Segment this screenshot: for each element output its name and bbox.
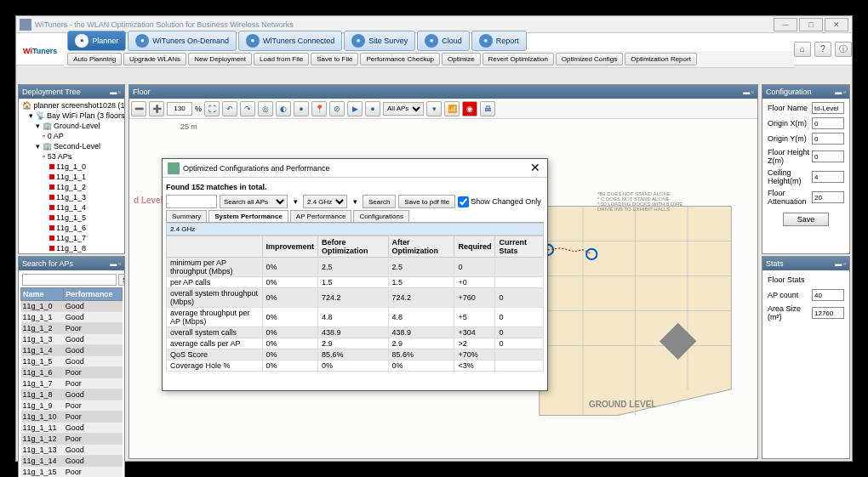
print-icon[interactable]: 🖶 [480,101,495,116]
tree-floor[interactable]: ▾ 🏢 Ground-Level [20,121,123,131]
dock-icon[interactable]: ▫ [751,88,754,96]
stat-input[interactable] [812,307,844,319]
modal-tab-summary[interactable]: Summary [166,210,207,222]
info-icon[interactable]: ⓘ [835,42,852,57]
undo-icon[interactable]: ↶ [222,101,237,116]
main-tab-wituners-on-demand[interactable]: ●WiTuners On-Demand [128,31,237,51]
stat-input[interactable] [812,289,844,301]
dropdown-icon[interactable]: ▾ [290,197,300,206]
ap-table-header[interactable]: Name [21,288,64,301]
tree-ap[interactable]: 11g_1_4 [20,202,123,213]
collapse-icon[interactable]: ▬ [835,88,842,96]
dock-icon[interactable]: ▫ [118,260,121,268]
tree-floor-sub[interactable]: ▫ 0 AP [20,131,123,141]
ap-table-row[interactable]: 11g_1_0Good [21,301,123,312]
marker-icon[interactable]: 📍 [311,101,327,116]
tree-floor[interactable]: ▾ 🏢 Second-Level [20,141,123,151]
main-tab-report[interactable]: ●Report [471,31,527,51]
down-icon[interactable]: ▾ [426,101,442,116]
toolbar-optimize[interactable]: Optimize [442,53,481,65]
modal-tab-system-performance[interactable]: System Performance [208,210,288,222]
collapse-icon[interactable]: ▬ [110,88,117,96]
target-icon[interactable]: ◎ [258,101,273,116]
save-button[interactable]: Save [783,213,830,226]
dot-icon[interactable]: ● [365,101,380,116]
ap-table-row[interactable]: 11g_1_9Poor [21,400,123,412]
show-changed-only-checkbox[interactable]: Show Changed Only [458,196,541,207]
cfg-input-ceiling-height-m-[interactable] [812,171,844,183]
ap-table-row[interactable]: 11g_1_13Good [21,445,123,456]
toolbar-optimization-report[interactable]: Optimization Report [625,53,697,65]
toolbar-performance-checkup[interactable]: Performance Checkup [360,53,440,65]
circle-icon[interactable]: ● [294,101,309,116]
minimize-button[interactable]: ─ [774,18,797,31]
close-button[interactable]: ✕ [825,18,848,31]
tree-ap[interactable]: 11g_1_2 [20,182,123,192]
main-tab-cloud[interactable]: ●Cloud [417,31,470,51]
home-icon[interactable]: ⌂ [794,42,811,57]
ap-table-row[interactable]: 11g_1_5Good [21,356,123,367]
maximize-button[interactable]: □ [799,18,823,31]
toolbar-optimized-configs[interactable]: Optimized Configs [556,53,623,65]
ap-table-row[interactable]: 11g_1_3Good [21,334,123,345]
collapse-icon[interactable]: ▬ [743,88,750,96]
zoom-value-input[interactable] [167,102,192,116]
layer-icon[interactable]: ◐ [276,101,291,116]
ap-table-row[interactable]: 11g_1_12Poor [21,434,123,445]
tree-ap[interactable]: 11g_1_0 [20,162,123,172]
play-icon[interactable]: ▶ [347,101,363,116]
search-button[interactable]: Search [363,195,396,208]
ap-table-row[interactable]: 11g_1_11Good [21,423,123,434]
modal-close-button[interactable]: ✕ [528,162,542,175]
ap-table-header[interactable]: Performance [64,288,123,301]
frequency-select[interactable]: 2.4 GHz [303,195,347,208]
ap-search-scope-select[interactable]: Search all APs [118,274,124,286]
ap-search-input[interactable] [22,274,117,286]
tree-ap[interactable]: 11g_1_3 [20,192,123,202]
cfg-input-origin-x-m-[interactable] [812,117,844,129]
redo-icon[interactable]: ↷ [240,101,255,116]
dock-icon[interactable]: ▫ [843,88,846,96]
ap-table-row[interactable]: 11g_1_6Poor [21,367,123,378]
modal-tab-configurations[interactable]: Configurations [353,210,409,222]
ap-table-row[interactable]: 11g_1_1Good [21,312,123,323]
heatmap-icon[interactable]: ◉ [462,101,477,116]
toolbar-new-deployment[interactable]: New Deployment [188,53,252,65]
toolbar-load-from-file[interactable]: Load from File [254,53,309,65]
main-tab-site-survey[interactable]: ●Site Survey [344,31,415,51]
tree-plan[interactable]: ▾ 📡 Bay WiFi Plan (3 floors, 106 AP [20,111,123,121]
toolbar-revert-optimization[interactable]: Revert Optimization [483,53,554,65]
zoom-out-icon[interactable]: ➖ [131,101,146,116]
aps-filter-select[interactable]: All APs [383,102,424,116]
zoom-in-icon[interactable]: ➕ [149,101,164,116]
collapse-icon[interactable]: ▬ [110,260,117,268]
main-tab-wituners-connected[interactable]: ●WiTuners Connected [238,31,342,51]
cfg-input-floor-height-z-m-[interactable] [812,150,844,162]
toolbar-auto-planning[interactable]: Auto Planning [67,53,122,65]
toolbar-save-to-file[interactable]: Save to File [311,53,358,65]
main-tab-planner[interactable]: ●Planner [67,31,126,51]
ap-table-row[interactable]: 11g_1_4Good [21,345,123,356]
modal-search-input[interactable] [166,195,217,208]
dock-icon[interactable]: ▫ [118,88,121,96]
zoom-fit-icon[interactable]: ⛶ [204,101,220,116]
dropdown-icon[interactable]: ▾ [350,197,360,206]
modal-search-scope[interactable]: Search all APs [220,195,288,208]
help-icon[interactable]: ? [814,42,831,57]
cfg-input-floor-attenuation[interactable] [812,191,844,203]
tree-ap[interactable]: 11g_1_7 [20,233,123,243]
collapse-icon[interactable]: ▬ [835,260,842,268]
tree-ap[interactable]: 11g_1_8 [20,243,123,253]
tree-ap[interactable]: 11g_1_6 [20,223,123,233]
dock-icon[interactable]: ▫ [843,260,846,268]
ap-table-row[interactable]: 11g_1_7Poor [21,378,123,389]
ap-table-row[interactable]: 11g_1_10Poor [21,412,123,423]
stop-icon[interactable]: ⊘ [329,101,345,116]
modal-tab-ap-performance[interactable]: AP Performance [290,210,352,222]
tree-floor-sub[interactable]: ▫ 53 APs [20,151,123,162]
ap-table-row[interactable]: 11g_1_8Good [21,389,123,400]
cfg-input-floor-name[interactable] [812,102,844,114]
ap-table-row[interactable]: 11g_1_15Poor [21,467,123,478]
ap-table-row[interactable]: 11g_1_2Poor [21,323,123,334]
cfg-input-origin-y-m-[interactable] [812,133,844,145]
